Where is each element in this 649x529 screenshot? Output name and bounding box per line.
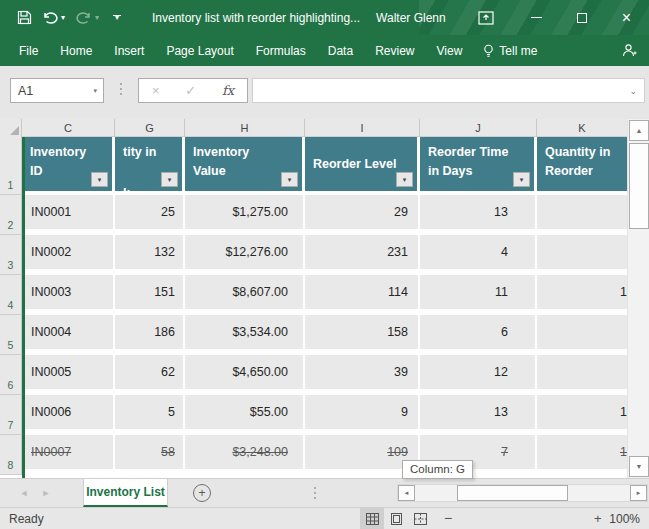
cell[interactable]: 231 xyxy=(305,235,420,269)
sheet-tab-inventory-list[interactable]: Inventory List xyxy=(83,479,168,507)
share-button[interactable] xyxy=(622,35,637,66)
cell[interactable]: $3,534.00 xyxy=(185,315,305,349)
row-header-1[interactable]: 1 xyxy=(0,137,22,195)
cell[interactable]: 114 xyxy=(305,275,420,309)
cell[interactable]: 151 xyxy=(115,275,185,309)
cell[interactable]: 9 xyxy=(305,395,420,429)
cell[interactable]: $3,248.00 xyxy=(185,435,305,469)
vertical-scrollbar[interactable]: ▲ ▼ xyxy=(627,119,649,478)
formula-input[interactable]: ⌄ xyxy=(252,78,645,103)
formula-bar-expand-icon[interactable]: ⌄ xyxy=(629,86,644,96)
close-button[interactable]: × xyxy=(604,0,649,35)
cell[interactable]: 13 xyxy=(420,395,537,429)
cell[interactable]: $1,275.00 xyxy=(185,195,305,229)
column-header-h[interactable]: H xyxy=(185,119,305,137)
tab-page-layout[interactable]: Page Layout xyxy=(155,44,244,58)
header-cell-inventory-id[interactable]: Inventory ID▾ xyxy=(22,137,115,191)
cell[interactable]: IN0002 xyxy=(22,235,115,269)
filter-dropdown-icon[interactable]: ▾ xyxy=(396,172,413,187)
redo-button[interactable]: ▾ xyxy=(74,6,104,30)
cell[interactable]: 39 xyxy=(305,355,420,389)
tab-formulas[interactable]: Formulas xyxy=(245,44,317,58)
cell[interactable] xyxy=(537,355,627,389)
tab-file[interactable]: File xyxy=(0,44,49,58)
minimize-button[interactable] xyxy=(514,0,559,35)
zoom-percentage[interactable]: 100% xyxy=(609,512,640,526)
cell[interactable]: $12,276.00 xyxy=(185,235,305,269)
cell[interactable]: IN0004 xyxy=(22,315,115,349)
column-header-i[interactable]: I xyxy=(305,119,420,137)
header-cell-quantity-in-reorder[interactable]: Quantity in Reorder xyxy=(537,137,627,191)
column-header-k[interactable]: K xyxy=(537,119,627,137)
enter-icon[interactable]: ✓ xyxy=(185,83,196,98)
select-all-button[interactable] xyxy=(0,119,22,137)
scroll-right-icon[interactable]: ► xyxy=(630,485,647,501)
cell[interactable]: $4,650.00 xyxy=(185,355,305,389)
cell[interactable]: IN0001 xyxy=(22,195,115,229)
tab-review[interactable]: Review xyxy=(364,44,425,58)
cell[interactable]: 12 xyxy=(420,355,537,389)
ribbon-display-options-button[interactable] xyxy=(466,0,506,35)
row-header-5[interactable]: 5 xyxy=(0,315,22,355)
cell[interactable]: 11 xyxy=(420,275,537,309)
cell[interactable]: 25 xyxy=(115,195,185,229)
row-header-7[interactable]: 7 xyxy=(0,395,22,435)
scroll-down-icon[interactable]: ▼ xyxy=(629,456,649,477)
name-box-dropdown-icon[interactable]: ▾ xyxy=(93,87,103,95)
cell[interactable]: 5 xyxy=(115,395,185,429)
header-cell-reorder-level[interactable]: Reorder Level▾ xyxy=(305,137,420,191)
normal-view-button[interactable] xyxy=(360,508,384,529)
cell[interactable]: IN0005 xyxy=(22,355,115,389)
row-header-2[interactable]: 2 xyxy=(0,195,22,235)
scroll-up-icon[interactable]: ▲ xyxy=(629,120,649,141)
cell[interactable]: IN0003 xyxy=(22,275,115,309)
cell[interactable]: 4 xyxy=(420,235,537,269)
tab-data[interactable]: Data xyxy=(317,44,364,58)
cell[interactable]: 1 xyxy=(537,275,627,309)
tab-home[interactable]: Home xyxy=(49,44,103,58)
customize-qat-button[interactable]: ▾ xyxy=(108,6,126,30)
filter-dropdown-icon[interactable]: ▾ xyxy=(161,172,178,187)
row-header-8[interactable]: 8 xyxy=(0,435,22,475)
cell[interactable]: 132 xyxy=(115,235,185,269)
cell[interactable] xyxy=(537,235,627,269)
tab-view[interactable]: View xyxy=(426,44,474,58)
filter-dropdown-icon[interactable]: ▾ xyxy=(513,172,530,187)
vertical-scrollbar-thumb[interactable] xyxy=(629,143,649,229)
column-header-j[interactable]: J xyxy=(420,119,537,137)
filter-dropdown-icon[interactable]: ▾ xyxy=(91,172,108,187)
zoom-in-button[interactable]: + xyxy=(594,511,602,526)
cell[interactable]: 186 xyxy=(115,315,185,349)
cell[interactable]: IN0006 xyxy=(22,395,115,429)
header-cell-reorder-time[interactable]: Reorder Time in Days▾ xyxy=(420,137,537,191)
tab-insert[interactable]: Insert xyxy=(103,44,155,58)
horizontal-scrollbar[interactable]: ◄ ► xyxy=(397,484,648,502)
maximize-button[interactable] xyxy=(559,0,604,35)
header-cell-quantity-in-stock[interactable]: tity ink▾ xyxy=(115,137,185,191)
save-button[interactable] xyxy=(12,6,36,30)
header-cell-inventory-value[interactable]: Inventory Value▾ xyxy=(185,137,305,191)
sheet-nav-left-icon[interactable]: ◄ xyxy=(14,479,34,507)
page-break-preview-button[interactable] xyxy=(408,508,432,529)
filter-dropdown-icon[interactable]: ▾ xyxy=(281,172,298,187)
tell-me-box[interactable]: Tell me xyxy=(483,44,537,58)
redo-dropdown-icon[interactable]: ▾ xyxy=(92,16,102,20)
scroll-left-icon[interactable]: ◄ xyxy=(398,485,415,501)
column-header-c[interactable]: C xyxy=(22,119,115,137)
cell[interactable]: 29 xyxy=(305,195,420,229)
insert-function-icon[interactable]: fx xyxy=(222,83,234,98)
cell[interactable] xyxy=(537,315,627,349)
cell[interactable]: 13 xyxy=(420,195,537,229)
cell[interactable]: IN0007 xyxy=(22,435,115,469)
cell[interactable]: 1 xyxy=(537,395,627,429)
sheet-nav-right-icon[interactable]: ► xyxy=(36,479,56,507)
page-layout-view-button[interactable] xyxy=(384,508,408,529)
row-header-4[interactable]: 4 xyxy=(0,275,22,315)
zoom-out-button[interactable]: − xyxy=(444,510,452,526)
undo-dropdown-icon[interactable]: ▾ xyxy=(58,16,68,20)
cell[interactable]: 158 xyxy=(305,315,420,349)
cancel-icon[interactable]: × xyxy=(152,83,160,98)
column-header-g[interactable]: G xyxy=(115,119,185,137)
cell[interactable]: $8,607.00 xyxy=(185,275,305,309)
cell[interactable]: 58 xyxy=(115,435,185,469)
